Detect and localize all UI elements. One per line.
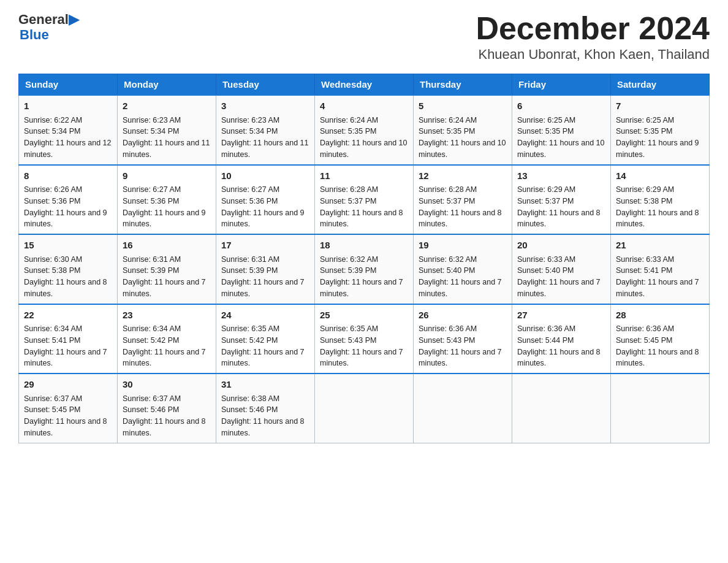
calendar-table: SundayMondayTuesdayWednesdayThursdayFrid… [18, 74, 710, 443]
day-number: 23 [123, 308, 211, 323]
day-cell [414, 373, 512, 443]
day-number: 28 [616, 308, 704, 323]
col-header-thursday: Thursday [414, 74, 512, 96]
day-cell: 28Sunrise: 6:36 AMSunset: 5:45 PMDayligh… [611, 304, 710, 374]
day-cell [611, 373, 710, 443]
day-number: 27 [517, 308, 605, 323]
day-cell: 3Sunrise: 6:23 AMSunset: 5:34 PMDaylight… [216, 95, 315, 165]
day-number: 19 [419, 239, 507, 253]
day-number: 8 [24, 169, 112, 183]
day-number: 5 [419, 99, 507, 113]
day-cell: 8Sunrise: 6:26 AMSunset: 5:36 PMDaylight… [19, 165, 118, 235]
col-header-wednesday: Wednesday [315, 74, 414, 96]
day-cell: 14Sunrise: 6:29 AMSunset: 5:38 PMDayligh… [611, 165, 710, 235]
day-cell: 15Sunrise: 6:30 AMSunset: 5:38 PMDayligh… [19, 234, 118, 304]
logo-blue-text: Blue [20, 27, 79, 43]
day-cell: 19Sunrise: 6:32 AMSunset: 5:40 PMDayligh… [414, 234, 512, 304]
day-number: 24 [221, 308, 309, 323]
day-cell: 18Sunrise: 6:32 AMSunset: 5:39 PMDayligh… [315, 234, 414, 304]
day-cell: 23Sunrise: 6:34 AMSunset: 5:42 PMDayligh… [118, 304, 216, 374]
day-number: 26 [419, 308, 507, 323]
day-number: 12 [419, 169, 507, 183]
col-header-sunday: Sunday [19, 74, 118, 96]
day-cell: 26Sunrise: 6:36 AMSunset: 5:43 PMDayligh… [414, 304, 512, 374]
day-cell: 13Sunrise: 6:29 AMSunset: 5:37 PMDayligh… [512, 165, 611, 235]
day-cell: 24Sunrise: 6:35 AMSunset: 5:42 PMDayligh… [216, 304, 315, 374]
day-number: 18 [320, 239, 408, 253]
day-number: 9 [123, 169, 211, 183]
day-cell: 17Sunrise: 6:31 AMSunset: 5:39 PMDayligh… [216, 234, 315, 304]
page-header: General▶ Blue December 2024 Khuean Ubonr… [18, 12, 710, 63]
day-cell [512, 373, 611, 443]
day-cell: 5Sunrise: 6:24 AMSunset: 5:35 PMDaylight… [414, 95, 512, 165]
day-number: 22 [24, 308, 112, 323]
week-row-4: 22Sunrise: 6:34 AMSunset: 5:41 PMDayligh… [19, 304, 710, 374]
logo-text: General▶ [18, 12, 79, 27]
day-cell: 31Sunrise: 6:38 AMSunset: 5:46 PMDayligh… [216, 373, 315, 443]
day-number: 13 [517, 169, 605, 183]
col-header-monday: Monday [118, 74, 216, 96]
location-title: Khuean Ubonrat, Khon Kaen, Thailand [476, 47, 710, 63]
col-header-tuesday: Tuesday [216, 74, 315, 96]
week-row-3: 15Sunrise: 6:30 AMSunset: 5:38 PMDayligh… [19, 234, 710, 304]
day-cell: 7Sunrise: 6:25 AMSunset: 5:35 PMDaylight… [611, 95, 710, 165]
day-number: 25 [320, 308, 408, 323]
day-cell [315, 373, 414, 443]
day-number: 1 [24, 99, 112, 113]
day-cell: 16Sunrise: 6:31 AMSunset: 5:39 PMDayligh… [118, 234, 216, 304]
day-cell: 9Sunrise: 6:27 AMSunset: 5:36 PMDaylight… [118, 165, 216, 235]
day-cell: 4Sunrise: 6:24 AMSunset: 5:35 PMDaylight… [315, 95, 414, 165]
day-number: 3 [221, 99, 309, 113]
month-title: December 2024 [476, 12, 710, 44]
col-header-friday: Friday [512, 74, 611, 96]
day-number: 6 [517, 99, 605, 113]
day-number: 30 [123, 378, 211, 392]
day-cell: 20Sunrise: 6:33 AMSunset: 5:40 PMDayligh… [512, 234, 611, 304]
day-cell: 11Sunrise: 6:28 AMSunset: 5:37 PMDayligh… [315, 165, 414, 235]
day-cell: 10Sunrise: 6:27 AMSunset: 5:36 PMDayligh… [216, 165, 315, 235]
week-row-5: 29Sunrise: 6:37 AMSunset: 5:45 PMDayligh… [19, 373, 710, 443]
day-cell: 29Sunrise: 6:37 AMSunset: 5:45 PMDayligh… [19, 373, 118, 443]
day-number: 2 [123, 99, 211, 113]
day-number: 16 [123, 239, 211, 253]
title-block: December 2024 Khuean Ubonrat, Khon Kaen,… [476, 12, 710, 63]
day-number: 4 [320, 99, 408, 113]
week-row-1: 1Sunrise: 6:22 AMSunset: 5:34 PMDaylight… [19, 95, 710, 165]
day-number: 29 [24, 378, 112, 392]
day-number: 17 [221, 239, 309, 253]
day-cell: 27Sunrise: 6:36 AMSunset: 5:44 PMDayligh… [512, 304, 611, 374]
day-cell: 2Sunrise: 6:23 AMSunset: 5:34 PMDaylight… [118, 95, 216, 165]
day-number: 31 [221, 378, 309, 392]
day-cell: 6Sunrise: 6:25 AMSunset: 5:35 PMDaylight… [512, 95, 611, 165]
day-number: 10 [221, 169, 309, 183]
day-cell: 22Sunrise: 6:34 AMSunset: 5:41 PMDayligh… [19, 304, 118, 374]
day-cell: 25Sunrise: 6:35 AMSunset: 5:43 PMDayligh… [315, 304, 414, 374]
day-number: 11 [320, 169, 408, 183]
day-number: 20 [517, 239, 605, 253]
col-header-saturday: Saturday [611, 74, 710, 96]
week-row-2: 8Sunrise: 6:26 AMSunset: 5:36 PMDaylight… [19, 165, 710, 235]
day-number: 21 [616, 239, 704, 253]
day-cell: 30Sunrise: 6:37 AMSunset: 5:46 PMDayligh… [118, 373, 216, 443]
day-cell: 1Sunrise: 6:22 AMSunset: 5:34 PMDaylight… [19, 95, 118, 165]
logo: General▶ Blue [18, 12, 79, 43]
day-number: 14 [616, 169, 704, 183]
day-number: 7 [616, 99, 704, 113]
day-number: 15 [24, 239, 112, 253]
day-cell: 12Sunrise: 6:28 AMSunset: 5:37 PMDayligh… [414, 165, 512, 235]
day-cell: 21Sunrise: 6:33 AMSunset: 5:41 PMDayligh… [611, 234, 710, 304]
